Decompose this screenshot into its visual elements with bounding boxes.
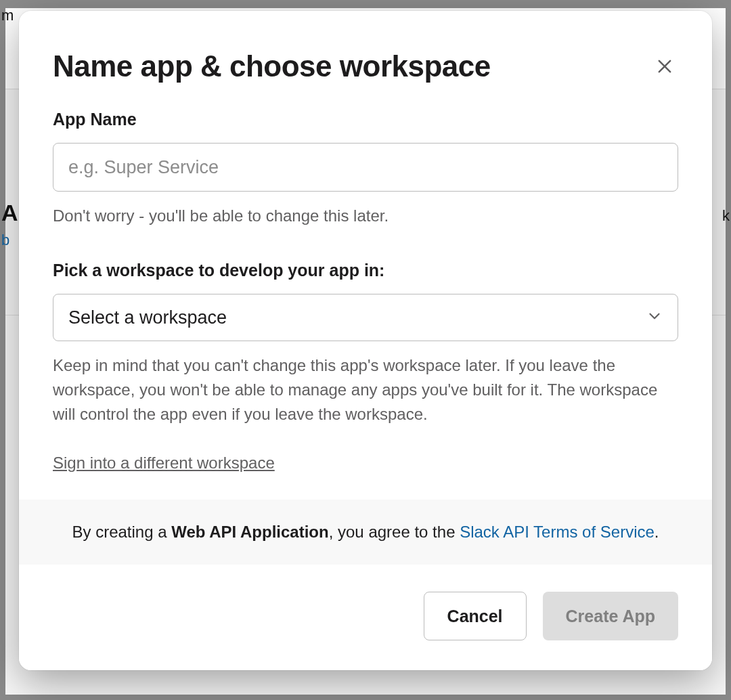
workspace-label: Pick a workspace to develop your app in: xyxy=(53,261,678,280)
app-name-input[interactable] xyxy=(53,143,678,192)
workspace-helper: Keep in mind that you can't change this … xyxy=(53,353,678,426)
bg-text-fragment: m xyxy=(1,7,14,24)
close-button[interactable] xyxy=(651,53,678,80)
create-app-button[interactable]: Create App xyxy=(543,592,678,640)
tos-link[interactable]: Slack API Terms of Service xyxy=(460,523,655,541)
tos-prefix: By creating a xyxy=(72,523,171,541)
cancel-button[interactable]: Cancel xyxy=(424,592,527,640)
tos-notice: By creating a Web API Application, you a… xyxy=(19,500,712,565)
tos-middle: , you agree to the xyxy=(329,523,460,541)
tos-bold: Web API Application xyxy=(171,523,328,541)
modal-title: Name app & choose workspace xyxy=(53,50,491,83)
create-app-modal: Name app & choose workspace App Name Don… xyxy=(19,11,712,670)
app-name-label: App Name xyxy=(53,110,678,129)
workspace-select-placeholder: Select a workspace xyxy=(68,307,227,328)
bg-heading-fragment: A xyxy=(1,200,18,226)
close-icon xyxy=(655,68,674,78)
modal-footer: Cancel Create App xyxy=(19,565,712,670)
workspace-select[interactable]: Select a workspace xyxy=(53,294,678,341)
app-name-helper: Don't worry - you'll be able to change t… xyxy=(53,204,678,228)
signin-different-workspace-link[interactable]: Sign into a different workspace xyxy=(53,454,275,473)
tos-suffix: . xyxy=(655,523,659,541)
modal-backdrop: m A b k Name app & choose workspace App … xyxy=(0,0,731,700)
bg-sub-fragment: b xyxy=(1,232,9,249)
bg-right-fragment: k xyxy=(722,207,730,225)
